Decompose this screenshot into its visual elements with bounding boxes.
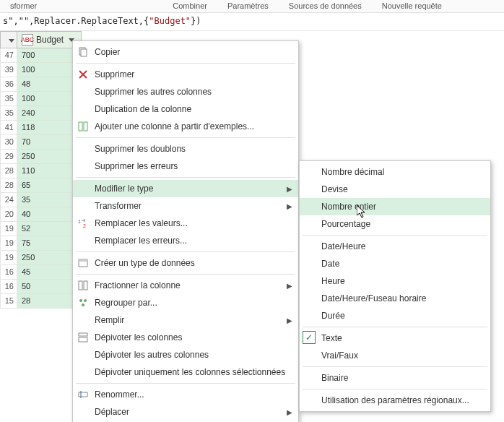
cell-budget[interactable]: 45 [17,265,74,280]
menu-transform[interactable]: Transformer▶ [73,197,298,215]
split-column-icon [77,280,89,291]
menu-group-by[interactable]: Regrouper par... [73,294,298,311]
menu-duplicate[interactable]: Duplication de la colonne [73,100,298,118]
menu-move[interactable]: Déplacer▶ [73,403,298,421]
cell-budget[interactable]: 35 [17,193,74,207]
menu-create-datatype[interactable]: Créer un type de données [73,254,298,272]
type-decimal-label: Nombre décimal [321,167,384,177]
cell-budget[interactable]: 250 [17,251,74,265]
type-locale[interactable]: Utilisation des paramètres régionaux... [300,392,490,409]
svg-text:2: 2 [83,223,86,228]
type-duration[interactable]: Durée [300,307,490,324]
submenu-arrow-icon: ▶ [287,408,292,416]
cell-budget[interactable]: 700 [17,48,74,63]
ribbon-tab-parameters[interactable]: Paramètres [217,0,279,12]
menu-fill[interactable]: Remplir▶ [73,311,298,329]
type-locale-label: Utilisation des paramètres régionaux... [321,395,469,405]
menu-copy[interactable]: Copier [73,43,298,61]
menu-remove-others-label: Supprimer les autres colonnes [95,87,212,97]
menu-remove-errors[interactable]: Supprimer les erreurs [73,158,298,175]
formula-prefix: s","",Replacer.ReplaceText,{ [3,16,149,26]
type-datetimezone-label: Date/Heure/Fuseau horaire [321,293,426,303]
cell-budget[interactable]: 110 [17,164,74,178]
type-bool-label: Vrai/Faux [321,350,358,361]
add-column-icon [77,121,89,132]
column-header-label: Budget [36,35,64,45]
menu-replace-errors-label: Remplacer les erreurs... [95,236,187,246]
type-text-label: Texte [321,333,342,343]
menu-group-by-label: Regrouper par... [95,298,157,308]
menu-add-from-examples-label: Ajouter une colonne à partir d'exemples.… [95,121,254,132]
cell-budget[interactable]: 52 [17,222,74,236]
group-by-icon [77,297,89,309]
menu-separator [76,383,295,384]
formula-bar[interactable]: s","",Replacer.ReplaceText,{"Budget"}) [0,13,504,31]
column-context-menu: Copier Supprimer Supprimer les autres co… [72,40,299,422]
menu-separator [76,251,295,252]
menu-replace-errors[interactable]: Remplacer les erreurs... [73,232,298,249]
cell-budget[interactable]: 118 [17,121,74,135]
cell-budget[interactable]: 240 [17,106,74,121]
cell-budget[interactable]: 50 [17,280,74,294]
menu-unpivot-selected[interactable]: Dépivoter uniquement les colonnes sélect… [73,363,298,381]
check-icon: ✓ [303,331,316,344]
row-number: 35 [0,106,17,121]
cell-budget[interactable]: 65 [17,178,74,193]
type-date[interactable]: Date [300,255,490,272]
cell-budget[interactable]: 100 [17,63,74,77]
menu-replace-values-label: Remplacer les valeurs... [95,218,188,228]
menu-remove[interactable]: Supprimer [73,66,298,83]
menu-unpivot[interactable]: Dépivoter les colonnes [73,329,298,346]
type-datetime[interactable]: Date/Heure [300,238,490,255]
ribbon-tab-transform[interactable]: sformer [0,0,47,12]
menu-split-column[interactable]: Fractionner la colonne▶ [73,277,298,294]
menu-replace-values[interactable]: 12Remplacer les valeurs... [73,215,298,232]
svg-point-10 [79,299,82,302]
dropdown-icon [9,38,14,43]
type-currency[interactable]: Devise [300,181,490,198]
cell-budget[interactable]: 75 [17,236,74,251]
ribbon-tab-datasources[interactable]: Sources de données [279,0,372,12]
copy-icon [77,46,89,58]
row-number: 30 [0,135,17,150]
cell-budget[interactable]: 40 [17,207,74,222]
menu-remove-others[interactable]: Supprimer les autres colonnes [73,83,298,100]
menu-separator [76,274,295,275]
menu-change-type[interactable]: Modifier le type▶ [73,180,298,197]
row-number: 35 [0,92,17,106]
cell-budget[interactable]: 250 [17,150,74,164]
menu-rename-label: Renommer... [95,389,144,400]
menu-remove-dupes[interactable]: Supprimer les doublons [73,140,298,158]
type-time[interactable]: Heure [300,272,490,290]
cell-budget[interactable]: 100 [17,92,74,106]
ribbon-tab-newquery[interactable]: Nouvelle requête [372,0,452,12]
cell-budget[interactable]: 48 [17,77,74,92]
cell-budget[interactable]: 28 [17,294,74,309]
cell-budget[interactable]: 70 [17,135,74,150]
type-decimal[interactable]: Nombre décimal [300,163,490,181]
data-type-button[interactable]: ABC [22,34,33,46]
menu-add-from-examples[interactable]: Ajouter une colonne à partir d'exemples.… [73,118,298,135]
type-text[interactable]: ✓Texte [300,330,490,347]
formula-quoted: "Budget" [149,16,191,26]
menu-remove-errors-label: Supprimer les erreurs [95,161,178,171]
change-type-submenu: Nombre décimal Devise Nombre entier Pour… [299,160,491,412]
type-percent[interactable]: Pourcentage [300,215,490,233]
svg-rect-1 [81,49,87,56]
menu-rename[interactable]: Renommer... [73,386,298,403]
type-percent-label: Pourcentage [321,219,370,229]
row-number: 41 [0,121,17,135]
row-number: 29 [0,150,17,164]
type-time-label: Heure [321,276,345,286]
menu-change-type-label: Modifier le type [95,184,153,194]
row-number: 36 [0,77,17,92]
menu-unpivot-others[interactable]: Dépivoter les autres colonnes [73,346,298,363]
type-bool[interactable]: Vrai/Faux [300,347,490,364]
row-number: 19 [0,251,17,265]
type-binary[interactable]: Binaire [300,369,490,387]
submenu-arrow-icon: ▶ [287,202,292,210]
ribbon-tab-combine[interactable]: Combiner [162,0,217,12]
type-datetimezone[interactable]: Date/Heure/Fuseau horaire [300,290,490,307]
select-all-corner[interactable] [0,31,17,48]
type-whole-number[interactable]: Nombre entier [300,198,490,215]
